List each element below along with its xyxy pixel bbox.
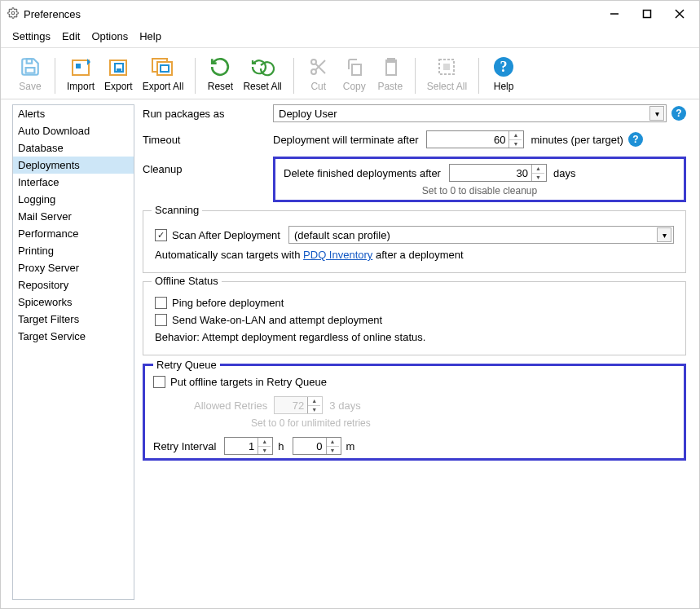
sidebar[interactable]: AlertsAuto DownloadDatabaseDeploymentsIn… bbox=[12, 104, 134, 600]
retry-mins-value[interactable] bbox=[293, 438, 326, 454]
cleanup-text: Delete finished deployments after bbox=[284, 167, 441, 179]
select-all-button[interactable]: Select All bbox=[422, 53, 472, 94]
retry-mins-input[interactable]: ▲▼ bbox=[293, 437, 341, 455]
toolbar-label: Paste bbox=[377, 81, 403, 92]
sidebar-item-auto-download[interactable]: Auto Download bbox=[13, 122, 134, 139]
offline-group: Offline Status Ping before deployment Se… bbox=[143, 281, 686, 355]
export-all-icon bbox=[150, 55, 176, 79]
toolbar-label: Export All bbox=[143, 81, 184, 92]
scissors-icon bbox=[306, 55, 332, 79]
sidebar-item-target-filters[interactable]: Target Filters bbox=[13, 311, 134, 328]
help-icon: ? bbox=[491, 55, 517, 79]
sidebar-item-proxy-server[interactable]: Proxy Server bbox=[13, 259, 134, 276]
cut-button[interactable]: Cut bbox=[301, 53, 337, 94]
svg-point-0 bbox=[11, 11, 15, 15]
allowed-retries-input: ▲▼ bbox=[274, 396, 323, 414]
run-as-select[interactable]: Deploy User ▾ bbox=[273, 104, 667, 122]
svg-rect-11 bbox=[117, 68, 121, 71]
retry-hours-input[interactable]: ▲▼ bbox=[224, 437, 273, 455]
wol-label: Send Wake-on-LAN and attempt deployment bbox=[172, 314, 382, 326]
retry-hours-value[interactable] bbox=[225, 438, 258, 454]
wol-checkbox[interactable] bbox=[155, 314, 167, 326]
paste-button[interactable]: Paste bbox=[372, 53, 408, 94]
sidebar-item-logging[interactable]: Logging bbox=[13, 191, 134, 208]
toolbar-label: Save bbox=[19, 81, 41, 92]
help-button[interactable]: ? Help bbox=[486, 53, 522, 94]
svg-text:?: ? bbox=[500, 59, 508, 75]
toolbar-label: Import bbox=[67, 81, 95, 92]
export-button[interactable]: Export bbox=[99, 53, 138, 94]
sidebar-item-repository[interactable]: Repository bbox=[13, 276, 134, 293]
retry-put-label: Put offline targets in Retry Queue bbox=[170, 376, 327, 388]
spinner-icon[interactable]: ▲▼ bbox=[531, 165, 544, 181]
minimize-button[interactable] bbox=[598, 2, 631, 25]
reset-button[interactable]: Reset bbox=[202, 53, 238, 94]
scan-after-checkbox[interactable]: ✓ bbox=[155, 229, 167, 241]
svg-rect-8 bbox=[76, 64, 81, 68]
svg-rect-2 bbox=[644, 11, 651, 18]
toolbar-label: Select All bbox=[427, 81, 467, 92]
reset-icon bbox=[207, 55, 233, 79]
spinner-icon[interactable]: ▲▼ bbox=[326, 438, 339, 454]
timeout-unit: minutes (per target) bbox=[531, 134, 623, 146]
scan-after-label: Scan After Deployment bbox=[172, 229, 280, 241]
sidebar-item-target-service[interactable]: Target Service bbox=[13, 328, 134, 345]
scan-profile-select[interactable]: (default scan profile) ▾ bbox=[288, 226, 674, 244]
timeout-value[interactable] bbox=[427, 131, 508, 148]
cleanup-highlight: Delete finished deployments after ▲▼ day… bbox=[273, 157, 686, 202]
maximize-button[interactable] bbox=[631, 2, 663, 25]
chevron-down-icon: ▾ bbox=[649, 106, 664, 121]
mins-unit: m bbox=[346, 440, 355, 452]
export-all-button[interactable]: Export All bbox=[138, 53, 189, 94]
cleanup-hint: Set to 0 to disable cleanup bbox=[284, 185, 676, 196]
import-icon bbox=[68, 55, 94, 79]
retry-put-checkbox[interactable] bbox=[153, 376, 165, 388]
save-button[interactable]: Save bbox=[12, 53, 48, 94]
help-icon[interactable]: ? bbox=[671, 106, 686, 121]
retry-interval-label: Retry Interval bbox=[153, 440, 216, 452]
retry-queue-highlight: Retry Queue Put offline targets in Retry… bbox=[143, 364, 686, 461]
sidebar-item-deployments[interactable]: Deployments bbox=[13, 157, 134, 174]
timeout-input[interactable]: ▲▼ bbox=[426, 130, 524, 148]
cleanup-input[interactable]: ▲▼ bbox=[449, 164, 547, 182]
cleanup-value[interactable] bbox=[450, 165, 531, 181]
sidebar-item-interface[interactable]: Interface bbox=[13, 174, 134, 191]
close-button[interactable] bbox=[663, 2, 696, 25]
svg-rect-23 bbox=[443, 64, 450, 70]
toolbar-label: Export bbox=[104, 81, 133, 92]
svg-point-15 bbox=[311, 60, 316, 64]
allowed-retries-suffix: 3 days bbox=[329, 399, 360, 412]
spinner-icon[interactable]: ▲▼ bbox=[258, 438, 271, 454]
menubar: Settings Edit Options Help bbox=[1, 27, 699, 48]
sidebar-item-printing[interactable]: Printing bbox=[13, 242, 134, 259]
menu-help[interactable]: Help bbox=[139, 30, 161, 42]
window-title: Preferences bbox=[24, 8, 598, 20]
run-as-label: Run packages as bbox=[143, 108, 273, 120]
spinner-icon[interactable]: ▲▼ bbox=[508, 131, 522, 148]
allowed-retries-value bbox=[275, 397, 307, 413]
paste-icon bbox=[377, 55, 403, 79]
copy-button[interactable]: Copy bbox=[337, 53, 372, 94]
reset-all-button[interactable]: Reset All bbox=[238, 53, 286, 94]
import-button[interactable]: Import bbox=[62, 53, 99, 94]
run-as-value: Deploy User bbox=[279, 108, 337, 120]
toolbar-label: Help bbox=[494, 81, 514, 92]
menu-edit[interactable]: Edit bbox=[62, 30, 80, 42]
menu-settings[interactable]: Settings bbox=[12, 30, 51, 42]
timeout-label: Timeout bbox=[143, 134, 273, 146]
timeout-text: Deployment will terminate after bbox=[273, 134, 418, 146]
pdq-inventory-link[interactable]: PDQ Inventory bbox=[303, 249, 372, 261]
allowed-retries-label: Allowed Retries bbox=[194, 399, 267, 412]
menu-options[interactable]: Options bbox=[91, 30, 128, 42]
toolbar: Save Import Export Export All bbox=[1, 48, 699, 99]
sidebar-item-performance[interactable]: Performance bbox=[13, 225, 134, 242]
sidebar-item-spiceworks[interactable]: Spiceworks bbox=[13, 293, 134, 311]
ping-checkbox[interactable] bbox=[155, 297, 167, 309]
floppy-icon bbox=[17, 55, 43, 79]
sidebar-item-database[interactable]: Database bbox=[13, 139, 134, 157]
sidebar-item-alerts[interactable]: Alerts bbox=[13, 105, 134, 122]
help-icon[interactable]: ? bbox=[628, 132, 643, 147]
sidebar-item-mail-server[interactable]: Mail Server bbox=[13, 208, 134, 225]
ping-label: Ping before deployment bbox=[172, 297, 284, 309]
reset-all-icon bbox=[249, 55, 275, 79]
